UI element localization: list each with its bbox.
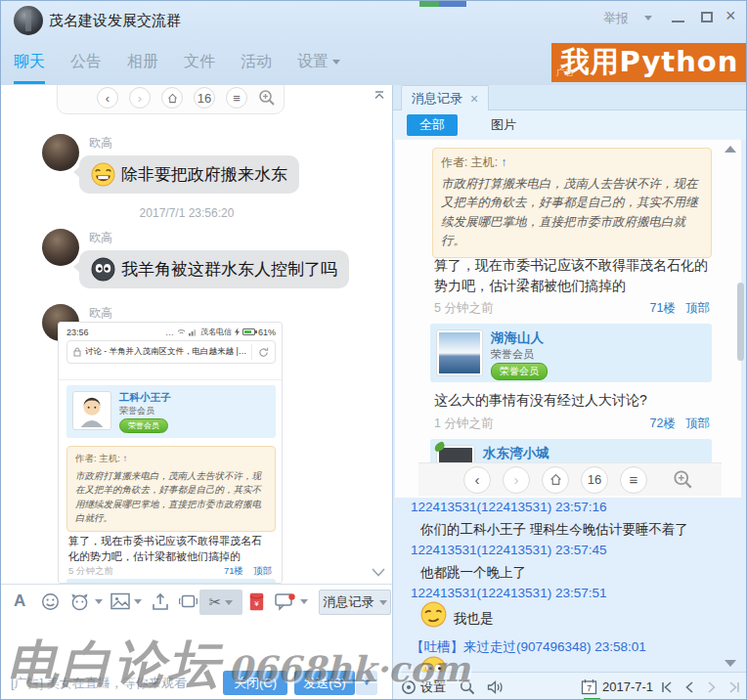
chat-bubble: 除非要把政府搬来水东 [79, 155, 299, 194]
open-history-button[interactable]: 消息记录 [319, 590, 391, 615]
scroll-down-icon[interactable] [371, 566, 386, 578]
shifty-emoji-clipped [420, 656, 448, 672]
log-entry-header: 122413531(122413531) 23:57:45 [411, 543, 606, 557]
ad-banner-text: 我用Python [561, 43, 739, 82]
post-author-name: 水东湾小城 [483, 445, 549, 462]
close-button[interactable]: × [725, 6, 736, 26]
quote-body: 市政府打算搬来电白，茂南人去告状不许，现在又把羊的角砍去，好事都是自己的，其实不… [441, 175, 703, 251]
tab-chat[interactable]: 聊天 [14, 40, 45, 84]
window-shake-icon[interactable] [179, 592, 198, 610]
mobile-status-bar: 23:56 … 茂名电信 61% [66, 327, 276, 337]
screenshot-dropdown-caret-icon [225, 600, 233, 605]
first-page-icon[interactable] [660, 680, 674, 694]
history-date[interactable]: 2017-7-1 [602, 679, 653, 694]
emoticon-icon[interactable] [41, 592, 60, 611]
minimize-button[interactable] [672, 21, 684, 22]
image-dropdown-caret-icon[interactable] [134, 599, 142, 604]
desktop-artifact-green [419, 1, 439, 7]
font-format-icon[interactable]: A [14, 591, 25, 611]
post-author-rank: 荣誉会员 [119, 405, 171, 417]
charging-bolt-icon [235, 328, 240, 336]
sender-name: 欧高 [89, 135, 112, 152]
speaker-icon[interactable] [487, 679, 505, 695]
shared-screenshot-image[interactable]: 23:56 … 茂名电信 61% 讨论 - 羊角并入茂南区文件，电白越来越 | … [58, 322, 283, 584]
screenshot-scissors-button[interactable]: ✂ [199, 590, 242, 615]
tab-activity[interactable]: 活动 [241, 40, 272, 84]
mobile-address-bar: 讨论 - 羊角并入茂南区文件，电白越来越 | 第 3 页 [66, 340, 276, 364]
quote-body: 市政府打算搬来电白，茂南人去告状不许，现在又把羊的角砍去，好事都是自己的，其实不… [75, 469, 267, 525]
filter-images-button[interactable]: 图片 [491, 116, 516, 134]
search-icon[interactable] [460, 679, 475, 695]
group-title: 茂名建设发展交流群 [49, 12, 181, 30]
notify-dropdown-caret-icon[interactable] [300, 599, 308, 604]
history-filter-row: 全部 图片 [393, 110, 747, 140]
post-author-name: 湖海山人 [491, 329, 548, 347]
prev-page-icon[interactable] [682, 680, 696, 694]
send-options-caret[interactable] [356, 671, 377, 695]
history-bottom-bar: 设置 7 2017-7-1 [393, 672, 747, 700]
quote-jump-arrow: ↑ [123, 453, 128, 463]
send-button[interactable]: 发送(S) [294, 671, 355, 695]
menu-icon: ≡ [226, 87, 247, 109]
battery-icon [242, 328, 255, 335]
back-icon: ‹ [97, 87, 118, 109]
history-image-message[interactable]: 作者: 主机: ↑ 市政府打算搬来电白，茂南人去告状不许，现在又把羊的角砍去，好… [395, 140, 741, 498]
history-tab[interactable]: 消息记录 × [401, 85, 489, 110]
forum-post-author-card: 水东湾小城 小学三年级 [430, 439, 712, 462]
reply-text: 算了，现在市委书记应该不敢得罪茂名石化的势力吧，估计梁都被他们搞掉的 [434, 255, 710, 296]
scroll-up-icon[interactable] [725, 146, 736, 153]
forward-icon: › [129, 87, 151, 109]
history-tab-strip: 消息记录 × [393, 85, 747, 110]
message-composer[interactable]: A ✂ [1, 584, 392, 700]
report-dropdown-caret-icon[interactable] [644, 16, 652, 21]
sender-name: 欧高 [89, 230, 112, 246]
grin-emoji [91, 162, 115, 187]
scroll-down-icon[interactable] [725, 660, 736, 667]
home-icon [542, 466, 569, 494]
filter-all-button[interactable]: 全部 [407, 114, 458, 136]
tab-album[interactable]: 相册 [127, 40, 158, 84]
tab-settings[interactable]: 设置 [297, 40, 340, 84]
ad-banner[interactable]: 我用Python 广告 [551, 43, 747, 82]
shared-image-partial[interactable]: ‹ › 16 ≡ [57, 85, 285, 114]
maximize-button[interactable] [701, 12, 713, 22]
calendar-icon[interactable]: 7 [581, 678, 597, 695]
reply-text: 这么大的事情有没有经过人大讨论? [434, 392, 710, 410]
close-history-tab-icon[interactable]: × [470, 91, 478, 107]
settings-dropdown-caret-icon [332, 60, 340, 65]
tab-announcement[interactable]: 公告 [70, 40, 102, 84]
ad-tag: 广告 [556, 66, 574, 79]
desktop-artifact-blue [439, 1, 466, 7]
svg-text:7: 7 [587, 683, 592, 693]
report-button[interactable]: 举报 [603, 10, 629, 27]
quote-jump-arrow: ↑ [501, 155, 506, 169]
settings-gear-icon[interactable] [401, 679, 417, 695]
log-entry-header: 122413531(122413531) 23:57:51 [411, 586, 606, 600]
last-page-icon[interactable] [727, 680, 741, 694]
close-chat-button[interactable]: 关闭(C) [223, 671, 287, 695]
send-image-icon[interactable] [110, 592, 130, 610]
quoted-post: 作者: 主机: ↑ 市政府打算搬来电白，茂南人去告状不许，现在又把羊的角砍去，好… [66, 446, 276, 532]
scrollbar-thumb[interactable] [737, 283, 744, 361]
history-settings-label[interactable]: 设置 [420, 678, 446, 696]
reply-meta: 1 分钟之前 72楼顶部 [434, 416, 710, 432]
custom-emote-cat-icon[interactable] [69, 592, 90, 611]
sender-name: 欧高 [89, 305, 112, 322]
quoted-post: 作者: 主机: ↑ 市政府打算搬来电白，茂南人去告状不许，现在又把羊的角砍去，好… [432, 148, 712, 258]
collapse-panel-icon[interactable] [373, 89, 386, 103]
log-entry-header: 122413531(122413531) 23:57:16 [411, 500, 606, 514]
upload-file-icon[interactable] [152, 592, 169, 611]
forum-avatar-boy [72, 391, 111, 430]
dark-face-emoji [91, 257, 115, 282]
forum-avatar-dark [436, 445, 475, 462]
qq-group-chat-window: 茂名建设发展交流群 举报 × 聊天 公告 相册 文件 活动 设置 我用Pytho… [0, 0, 747, 700]
emote-dropdown-caret-icon[interactable] [95, 599, 103, 604]
zoom-in-icon [673, 469, 693, 490]
group-avatar[interactable] [14, 6, 43, 35]
forum-avatar-mountain [436, 329, 483, 376]
tab-files[interactable]: 文件 [184, 40, 215, 84]
next-page-icon[interactable] [705, 680, 719, 694]
chat-notify-icon[interactable] [275, 592, 295, 611]
red-packet-icon[interactable]: ¥ [249, 592, 264, 611]
input-ad-text: [广告] 美女在直播，等你来观看 [11, 675, 187, 692]
